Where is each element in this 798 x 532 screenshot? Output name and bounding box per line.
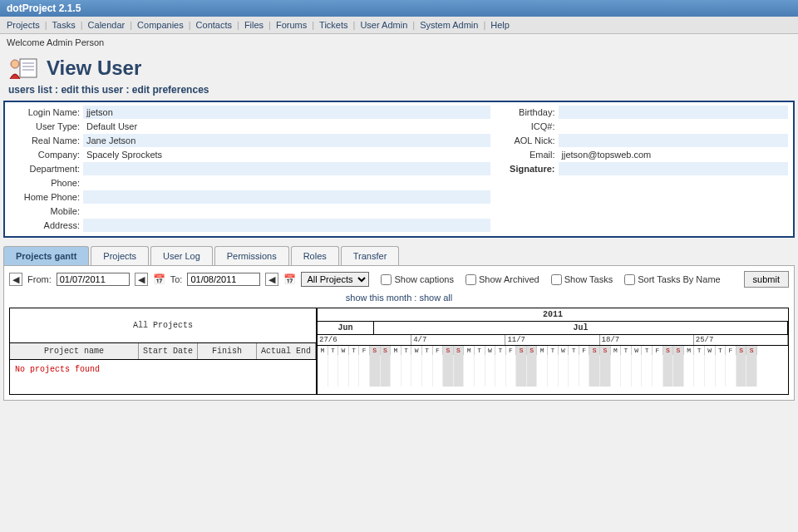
login-name-label: Login Name: <box>10 107 83 117</box>
gantt-day-cell <box>537 355 548 387</box>
gantt-day-header: T <box>349 346 360 355</box>
gantt-day-header: F <box>506 346 517 355</box>
show-captions-checkbox[interactable] <box>381 274 392 285</box>
gantt-day-header: F <box>359 346 370 355</box>
gantt-day-header: T <box>422 346 433 355</box>
gantt-day-header: S <box>600 346 611 355</box>
to-calendar-icon[interactable]: 📅 <box>283 273 296 285</box>
gantt-right-pane: 2011 JunJul 27/64/711/718/725/7 MTWTFSSM… <box>318 308 788 394</box>
gantt-day-header: S <box>381 346 392 355</box>
show-captions-label: Show captions <box>394 274 454 284</box>
from-date-input[interactable] <box>57 273 130 286</box>
gantt-body-row <box>318 355 788 387</box>
action-links: users list : edit this user : edit prefe… <box>0 84 798 101</box>
gantt-day-header: S <box>454 346 465 355</box>
menu-system-admin[interactable]: System Admin <box>418 20 480 30</box>
gantt-day-header: F <box>726 346 736 355</box>
project-filter-select[interactable]: All Projects <box>301 272 369 287</box>
show-tasks-label: Show Tasks <box>564 274 613 284</box>
tab-roles[interactable]: Roles <box>291 246 339 265</box>
gantt-day-header: T <box>328 346 339 355</box>
menu-tasks[interactable]: Tasks <box>51 20 77 30</box>
tab-projects[interactable]: Projects <box>91 246 149 265</box>
gantt-day-header: S <box>516 346 527 355</box>
page-header: View User <box>0 51 798 84</box>
show-this-month-link[interactable]: show this month <box>346 293 411 303</box>
gantt-day-header: W <box>632 346 643 355</box>
gantt-weeks-row: 27/64/711/718/725/7 <box>318 335 788 346</box>
gantt-left-columns: Project name Start Date Finish Actual En… <box>10 343 316 360</box>
address-value <box>83 219 490 232</box>
user-type-value: Default User <box>83 120 490 133</box>
gantt-day-cell <box>516 355 527 387</box>
gantt-day-cell <box>349 355 360 387</box>
edit-preferences-link[interactable]: edit preferences <box>132 84 209 96</box>
gantt-day-header: M <box>611 346 622 355</box>
gantt-day-cell <box>411 355 422 387</box>
to-label: To: <box>170 274 183 284</box>
from-calendar-icon[interactable]: 📅 <box>153 273 165 285</box>
tab-permissions[interactable]: Permissions <box>214 246 289 265</box>
menu-user-admin[interactable]: User Admin <box>358 20 409 30</box>
submit-button[interactable]: submit <box>744 271 789 288</box>
menu-companies[interactable]: Companies <box>135 20 185 30</box>
department-label: Department: <box>10 164 83 174</box>
edit-user-link[interactable]: edit this user <box>61 84 123 96</box>
gantt-day-header: W <box>338 346 349 355</box>
gantt-day-cell <box>600 355 611 387</box>
gantt-day-header: T <box>694 346 705 355</box>
gantt-day-cell <box>318 355 328 387</box>
tab-user-log[interactable]: User Log <box>150 246 213 265</box>
tab-projects-gantt[interactable]: Projects gantt <box>3 246 89 265</box>
gantt-day-cell <box>506 355 517 387</box>
login-name-value: jjetson <box>83 106 490 119</box>
menu-tickets[interactable]: Tickets <box>318 20 349 30</box>
tab-transfer[interactable]: Transfer <box>341 246 400 265</box>
gantt-day-cell <box>684 355 695 387</box>
gantt-week: 4/7 <box>411 335 505 345</box>
users-list-link[interactable]: users list <box>8 84 52 96</box>
to-date-input[interactable] <box>187 273 260 286</box>
gantt-week: 27/6 <box>318 335 411 345</box>
real-name-label: Real Name: <box>10 135 83 145</box>
gantt-day-header: T <box>495 346 506 355</box>
user-details-left: Login Name:jjetson User Type:Default Use… <box>5 102 495 236</box>
gantt-day-header: W <box>705 346 716 355</box>
gantt-day-cell <box>422 355 433 387</box>
sort-by-name-label: Sort Tasks By Name <box>638 274 720 284</box>
menu-projects[interactable]: Projects <box>5 20 42 30</box>
menu-forums[interactable]: Forums <box>274 20 308 30</box>
menu-files[interactable]: Files <box>243 20 265 30</box>
svg-rect-0 <box>20 59 37 77</box>
gantt-day-cell <box>548 355 559 387</box>
menu-contacts[interactable]: Contacts <box>195 20 234 30</box>
gantt-week: 18/7 <box>600 335 694 345</box>
gantt-day-header: S <box>746 346 757 355</box>
gantt-day-header: T <box>569 346 579 355</box>
gantt-day-header: F <box>653 346 663 355</box>
home-phone-label: Home Phone: <box>10 192 83 202</box>
to-prev-button[interactable]: ◀ <box>265 273 278 286</box>
gantt-day-header: T <box>621 346 632 355</box>
gantt-day-header: M <box>391 346 401 355</box>
from-prev-button[interactable]: ◀ <box>135 273 148 286</box>
menu-help[interactable]: Help <box>489 20 511 30</box>
gantt-day-cell <box>589 355 600 387</box>
show-all-link[interactable]: show all <box>419 293 452 303</box>
show-archived-checkbox[interactable] <box>466 274 476 285</box>
show-tasks-checkbox[interactable] <box>551 274 562 285</box>
gantt-day-cell <box>359 355 370 387</box>
home-phone-value <box>83 190 490 204</box>
prev-range-button[interactable]: ◀ <box>9 273 22 286</box>
gantt-month: Jun <box>318 322 374 334</box>
sort-by-name-checkbox[interactable] <box>624 274 635 285</box>
icq-value <box>559 120 789 133</box>
gantt-day-cell <box>621 355 632 387</box>
from-label: From: <box>27 274 52 284</box>
gantt-day-header: W <box>485 346 496 355</box>
gantt-filter-row: ◀ From: ◀ 📅 To: ◀ 📅 All Projects Show ca… <box>9 271 789 288</box>
gantt-day-header: M <box>464 346 475 355</box>
gantt-day-header: S <box>589 346 600 355</box>
menu-calendar[interactable]: Calendar <box>86 20 127 30</box>
phone-value <box>83 176 490 190</box>
